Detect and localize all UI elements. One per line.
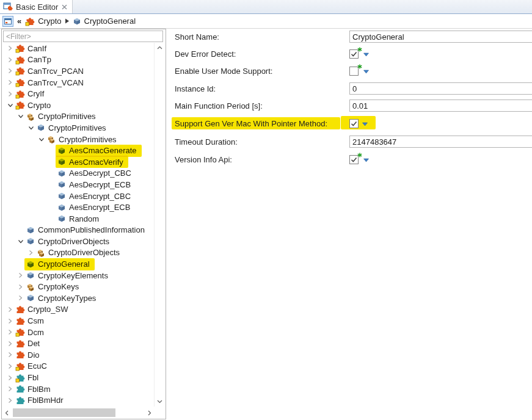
package-icon bbox=[46, 134, 56, 144]
container-cube-icon bbox=[26, 259, 35, 269]
text-field[interactable] bbox=[349, 82, 532, 95]
tree-item[interactable]: CanIf bbox=[2, 43, 155, 54]
tree-item[interactable]: CryIf bbox=[2, 88, 155, 100]
tree-item[interactable]: CryptoPrimitives bbox=[2, 111, 155, 123]
tree-item-label: Dio bbox=[27, 350, 40, 360]
expand-toggle-icon[interactable] bbox=[5, 329, 15, 335]
dropdown-arrow-icon[interactable] bbox=[363, 70, 369, 74]
expand-toggle-icon[interactable] bbox=[5, 103, 15, 108]
expand-toggle-icon[interactable] bbox=[36, 137, 46, 142]
expand-toggle-icon[interactable] bbox=[15, 284, 26, 290]
text-field[interactable] bbox=[349, 100, 532, 112]
tree-item[interactable]: Fbl bbox=[2, 372, 155, 383]
tree-item[interactable]: CryptoKeys bbox=[2, 281, 155, 292]
module-tree: CanIf CanTp CanTrcv_PCAN CanTrcv_VCAN Cr… bbox=[2, 43, 155, 407]
tree-item[interactable]: CryptoKeyElements bbox=[2, 270, 155, 281]
field-label: Short Name: bbox=[175, 32, 219, 42]
text-field[interactable] bbox=[349, 31, 532, 43]
tab-basic-editor[interactable]: Basic Editor bbox=[0, 0, 73, 13]
vertical-scrollbar[interactable] bbox=[154, 43, 165, 407]
expand-toggle-icon[interactable] bbox=[5, 341, 15, 347]
tree-item[interactable]: Dcm bbox=[2, 327, 155, 338]
expand-toggle-icon[interactable] bbox=[15, 239, 26, 244]
field-label: Version Info Api: bbox=[175, 155, 232, 164]
text-field[interactable] bbox=[349, 136, 532, 148]
container-cube-icon bbox=[26, 225, 35, 235]
expand-toggle-icon[interactable] bbox=[5, 386, 15, 392]
expand-toggle-icon[interactable] bbox=[15, 272, 26, 278]
field-label: Timeout Duration: bbox=[175, 137, 238, 147]
scroll-left-icon[interactable] bbox=[4, 410, 10, 416]
tree-item-label: CryptoGeneral bbox=[38, 259, 90, 269]
dropdown-arrow-icon[interactable] bbox=[363, 158, 369, 162]
expand-toggle-icon[interactable] bbox=[26, 125, 36, 131]
tree-item[interactable]: Random bbox=[2, 213, 155, 225]
breadcrumb-node[interactable]: CryptoGeneral bbox=[84, 16, 136, 26]
collapse-all-icon[interactable]: « bbox=[17, 16, 21, 26]
tree-item[interactable]: CryptoKeyTypes bbox=[2, 292, 155, 304]
expand-toggle-icon[interactable] bbox=[5, 363, 15, 369]
default-value-indicator bbox=[357, 153, 362, 158]
expand-toggle-icon[interactable] bbox=[5, 318, 15, 324]
tree-item[interactable]: AesEncrypt_ECB bbox=[2, 201, 155, 213]
tree-item[interactable]: CryptoDriverObjects bbox=[2, 247, 155, 259]
tree-item[interactable]: CanTrcv_PCAN bbox=[2, 65, 155, 77]
scrollbar-thumb[interactable] bbox=[13, 408, 115, 417]
scroll-right-icon[interactable] bbox=[147, 410, 152, 416]
tree-item[interactable]: Det bbox=[2, 338, 155, 349]
form-row: Short Name: bbox=[171, 32, 532, 47]
package-icon bbox=[36, 248, 46, 258]
horizontal-scrollbar[interactable] bbox=[2, 407, 154, 418]
filter-input[interactable] bbox=[3, 31, 163, 42]
checkbox[interactable] bbox=[349, 119, 359, 128]
package-icon bbox=[26, 282, 35, 292]
tree-item[interactable]: CanTp bbox=[2, 54, 155, 66]
tree-item[interactable]: Dio bbox=[2, 349, 155, 361]
tree-item-label: CanTrcv_VCAN bbox=[27, 78, 84, 87]
module-puzzle-icon bbox=[15, 89, 25, 99]
tree-item[interactable]: Crypto bbox=[2, 100, 155, 111]
tree-item[interactable]: AesCmacVerify bbox=[2, 156, 155, 168]
module-puzzle-icon bbox=[15, 100, 25, 110]
tree-item[interactable]: AesDecrypt_CBC bbox=[2, 168, 155, 179]
expand-toggle-icon[interactable] bbox=[5, 397, 15, 404]
tree-item[interactable]: CryptoPrimitives bbox=[2, 134, 155, 145]
dropdown-arrow-icon[interactable] bbox=[362, 122, 368, 126]
tree-item[interactable]: EcuC bbox=[2, 361, 155, 372]
container-cube-icon bbox=[26, 270, 35, 280]
close-icon[interactable] bbox=[61, 4, 68, 10]
tree-item[interactable]: CryptoDriverObjects bbox=[2, 236, 155, 247]
expand-toggle-icon[interactable] bbox=[5, 79, 15, 85]
tree-item[interactable]: AesDecrypt_ECB bbox=[2, 179, 155, 190]
tree-item-label: AesCmacGenerate bbox=[69, 146, 137, 155]
expand-toggle-icon[interactable] bbox=[5, 45, 15, 51]
tree-item[interactable]: Csm bbox=[2, 315, 155, 327]
toggle-tree-button[interactable] bbox=[2, 16, 13, 27]
tree-item[interactable]: CanTrcv_VCAN bbox=[2, 77, 155, 89]
expand-toggle-icon[interactable] bbox=[5, 306, 15, 313]
expand-toggle-icon[interactable] bbox=[5, 91, 15, 97]
expand-toggle-icon[interactable] bbox=[5, 68, 15, 74]
tree-item-label: AesEncrypt_CBC bbox=[69, 192, 131, 201]
expand-toggle-icon[interactable] bbox=[5, 352, 15, 358]
scroll-up-icon[interactable] bbox=[157, 45, 162, 51]
expand-toggle-icon[interactable] bbox=[15, 295, 26, 301]
tree-item[interactable]: FblBm bbox=[2, 383, 155, 395]
breadcrumb-module[interactable]: Crypto bbox=[38, 16, 61, 26]
tree-item[interactable]: AesEncrypt_CBC bbox=[2, 190, 155, 202]
scroll-down-icon[interactable] bbox=[157, 399, 162, 404]
tree-item[interactable]: Crypto_SW bbox=[2, 304, 155, 316]
tree-item[interactable]: CommonPublishedInformation bbox=[2, 225, 155, 236]
expand-toggle-icon[interactable] bbox=[15, 114, 26, 119]
tree-item[interactable]: CryptoPrimitives bbox=[2, 122, 155, 134]
dropdown-arrow-icon[interactable] bbox=[363, 52, 369, 57]
tree-item[interactable]: AesCmacGenerate bbox=[2, 145, 155, 156]
expand-toggle-icon[interactable] bbox=[5, 375, 15, 381]
expand-toggle-icon[interactable] bbox=[5, 57, 15, 63]
tree-item[interactable]: CryptoGeneral bbox=[2, 258, 155, 270]
container-cube-icon bbox=[73, 17, 81, 26]
tree-panel: CanIf CanTp CanTrcv_PCAN CanTrcv_VCAN Cr… bbox=[1, 29, 166, 419]
expand-toggle-icon[interactable] bbox=[26, 250, 36, 256]
tree-item[interactable]: FblHal bbox=[2, 406, 155, 407]
tree-item[interactable]: FblBmHdr bbox=[2, 394, 155, 406]
